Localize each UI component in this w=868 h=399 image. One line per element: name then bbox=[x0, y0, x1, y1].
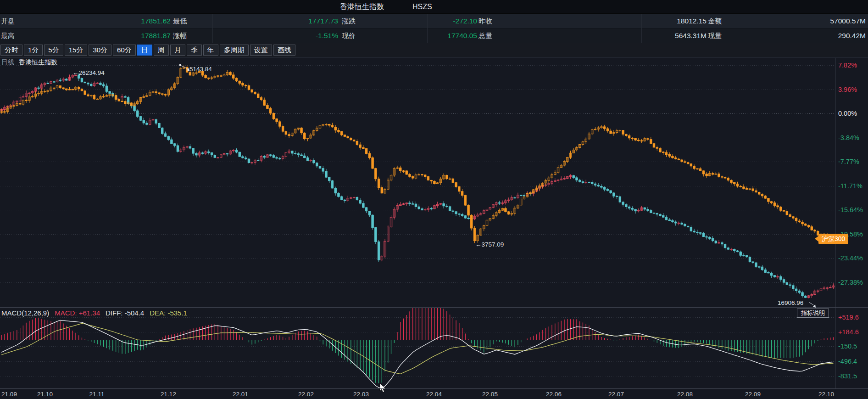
quote-divider bbox=[427, 14, 428, 43]
period-button-年[interactable]: 年 bbox=[203, 45, 218, 56]
period-button-15分[interactable]: 15分 bbox=[65, 45, 88, 56]
x-axis-label: 21.11 bbox=[89, 390, 105, 399]
panel-label: 日线香港恒生指数 bbox=[1, 58, 57, 67]
quote-label: 总量 bbox=[479, 28, 492, 43]
axis-label: 7.82% bbox=[838, 61, 857, 69]
x-axis-label: 22.08 bbox=[677, 390, 693, 399]
macd-indicator-label: MACD(12,26,9)MACD: +61.34DIFF: -504.4DEA… bbox=[1, 309, 193, 317]
quote-value: 57000.57M bbox=[774, 14, 866, 28]
quote-value: -1.51% bbox=[246, 28, 338, 43]
x-axis-label: 22.02 bbox=[298, 390, 314, 399]
period-button-设置[interactable]: 设置 bbox=[250, 45, 272, 56]
quote-label: 昨收 bbox=[479, 14, 492, 28]
quote-label: 涨跌 bbox=[342, 14, 356, 28]
indicator-help-button[interactable]: 指标说明 bbox=[797, 309, 829, 318]
x-axis-label: 22.06 bbox=[546, 390, 562, 399]
stock-chart-app: 香港恒生指数 HSZS 开盘17851.62最低17717.73涨跌-272.1… bbox=[0, 0, 868, 399]
quote-label: 金额 bbox=[708, 14, 722, 28]
index-name-label: 香港恒生指数 bbox=[19, 58, 57, 66]
quote-label: 开盘 bbox=[1, 14, 15, 28]
period-button-日[interactable]: 日 bbox=[137, 45, 152, 56]
x-axis-label: 22.05 bbox=[482, 390, 498, 399]
csi300-series-tag[interactable]: 沪深300 bbox=[818, 234, 848, 244]
price-annotation: ←3757.09 bbox=[475, 241, 504, 248]
period-button-分时[interactable]: 分时 bbox=[0, 45, 22, 56]
x-axis-label: 22.07 bbox=[608, 390, 624, 399]
macd-label-part: DIFF: -504.4 bbox=[106, 309, 144, 317]
x-axis-label: 22.01 bbox=[233, 390, 248, 399]
x-axis-label: 22.09 bbox=[745, 390, 761, 399]
quote-label: 涨幅 bbox=[173, 28, 187, 43]
axis-label: -150.5 bbox=[838, 342, 857, 350]
axis-label: -11.71% bbox=[838, 182, 862, 190]
chart-area[interactable]: 日线香港恒生指数 7.82%3.96%0.00%-3.84%-7.77%-11.… bbox=[0, 57, 868, 399]
quote-label: 最高 bbox=[1, 28, 15, 43]
quote-row-2: 最高17881.87涨幅-1.51%现价17740.05总量5643.31M现量… bbox=[0, 28, 868, 43]
price-annotation: 16906.96 bbox=[778, 299, 803, 306]
x-axis-label: 21.10 bbox=[37, 390, 53, 399]
axis-label: 3.96% bbox=[838, 85, 857, 94]
macd-label-part: MACD(12,26,9) bbox=[1, 309, 49, 317]
price-annotation: 5143.84 bbox=[189, 66, 212, 73]
macd-label-part: DEA: -535.1 bbox=[150, 309, 187, 317]
quote-value: 17851.62 bbox=[79, 14, 171, 28]
period-toolbar: 分时1分5分15分30分60分日周月季年多周期设置画线 bbox=[0, 43, 868, 57]
macd-label-part: MACD: +61.34 bbox=[55, 309, 100, 317]
axis-label: +519.6 bbox=[838, 313, 859, 321]
period-button-周[interactable]: 周 bbox=[154, 45, 169, 56]
quote-value: 17740.05 bbox=[385, 28, 477, 43]
period-button-多周期[interactable]: 多周期 bbox=[220, 45, 249, 56]
quote-divider bbox=[641, 14, 642, 43]
x-axis-label: 21.12 bbox=[161, 390, 176, 399]
quote-value: 18012.15 bbox=[615, 14, 707, 28]
period-button-画线[interactable]: 画线 bbox=[273, 45, 295, 56]
x-axis-label: 22.10 bbox=[818, 390, 834, 399]
quote-value: 17717.73 bbox=[246, 14, 338, 28]
x-axis-label: 21.09 bbox=[1, 390, 17, 399]
axis-label: -3.84% bbox=[838, 134, 859, 142]
price-annotation: ←26234.94 bbox=[72, 69, 105, 76]
quote-value: 5643.31M bbox=[615, 28, 707, 43]
axis-label: -7.77% bbox=[838, 157, 859, 166]
quote-label: 最低 bbox=[173, 14, 187, 28]
quote-divider bbox=[212, 14, 213, 43]
period-button-5分[interactable]: 5分 bbox=[44, 45, 63, 56]
quote-row-1: 开盘17851.62最低17717.73涨跌-272.10昨收18012.15金… bbox=[0, 14, 868, 28]
period-button-1分[interactable]: 1分 bbox=[24, 45, 43, 56]
axis-label: 0.00% bbox=[838, 109, 857, 118]
period-button-30分[interactable]: 30分 bbox=[89, 45, 111, 56]
quote-label: 现价 bbox=[342, 28, 356, 43]
period-button-60分[interactable]: 60分 bbox=[113, 45, 136, 56]
quote-value: 17881.87 bbox=[79, 28, 171, 43]
axis-label: +184.6 bbox=[838, 328, 859, 336]
period-button-月[interactable]: 月 bbox=[170, 45, 185, 56]
index-code: HSZS bbox=[412, 0, 432, 14]
axis-label: -15.64% bbox=[838, 206, 863, 214]
quote-value: 290.42M bbox=[774, 28, 866, 43]
axis-label: -23.44% bbox=[838, 254, 863, 262]
quote-label: 现量 bbox=[708, 28, 722, 43]
x-axis: 21.0921.1021.1121.1222.0122.0222.0322.04… bbox=[0, 388, 868, 399]
index-title: 香港恒生指数 bbox=[340, 0, 384, 14]
period-type-label: 日线 bbox=[1, 58, 14, 66]
axis-label: -496.4 bbox=[838, 357, 857, 365]
quote-value: -272.10 bbox=[385, 14, 477, 28]
candlestick-macd-plot[interactable] bbox=[0, 57, 868, 399]
axis-label: -27.38% bbox=[838, 278, 863, 287]
x-axis-label: 22.04 bbox=[426, 390, 442, 399]
period-button-季[interactable]: 季 bbox=[187, 45, 202, 56]
x-axis-label: 22.03 bbox=[353, 390, 369, 399]
title-bar: 香港恒生指数 HSZS bbox=[0, 0, 868, 14]
axis-label: -831.5 bbox=[838, 372, 857, 380]
